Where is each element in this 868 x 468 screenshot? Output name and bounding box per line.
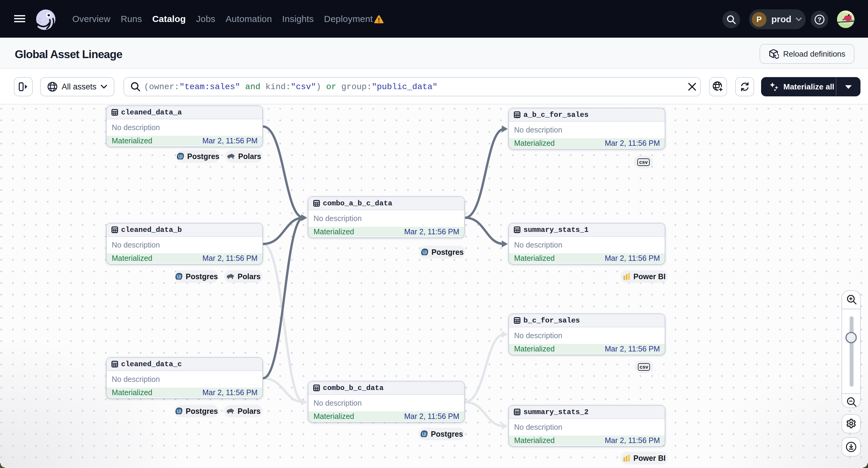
svg-text:?: ? <box>818 16 822 23</box>
